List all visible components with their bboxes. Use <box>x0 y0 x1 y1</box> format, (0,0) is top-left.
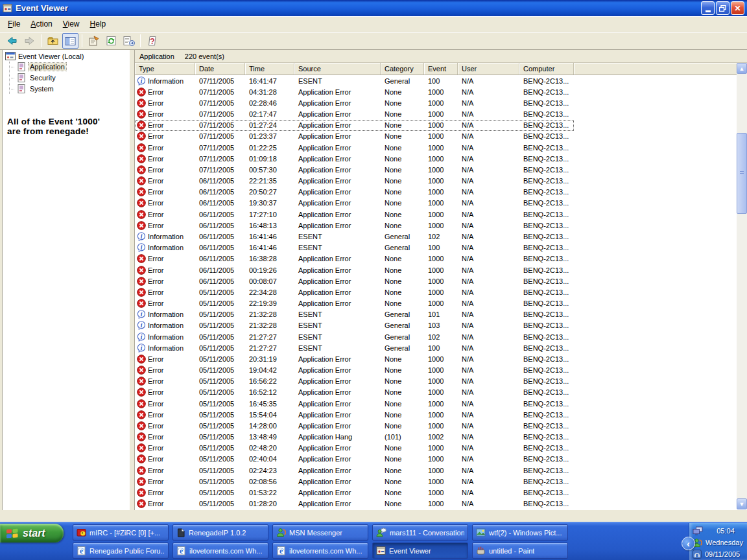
table-row[interactable]: iInformation06/11/200516:41:46ESENTGener… <box>135 231 737 242</box>
table-row[interactable]: Error05/11/200502:48:20Application Error… <box>135 443 737 454</box>
table-row[interactable]: Error06/11/200500:08:07Application Error… <box>135 275 737 286</box>
start-button[interactable]: start <box>0 524 64 542</box>
taskbar-button[interactable]: RenegadeIP 1.0.2 <box>172 524 268 541</box>
svg-text:i: i <box>141 311 143 318</box>
event-rows: iInformation07/11/200516:41:47ESENTGener… <box>135 75 737 510</box>
column-header-computer[interactable]: Computer <box>519 63 574 75</box>
cell-category: None <box>381 454 424 465</box>
cell-time: 16:41:47 <box>245 75 294 86</box>
vertical-scrollbar[interactable]: ▲ ▼ <box>737 63 747 509</box>
toolbar-separator <box>41 34 42 47</box>
minimize-button[interactable] <box>701 1 715 15</box>
tree-item-system[interactable]: System <box>11 84 130 94</box>
table-row[interactable]: Error05/11/200502:40:04Application Error… <box>135 454 737 465</box>
table-row[interactable]: Error05/11/200501:28:20Application Error… <box>135 498 737 509</box>
column-header-source[interactable]: Source <box>294 63 381 75</box>
properties-button[interactable] <box>86 33 102 49</box>
taskbar-button[interactable]: mIRC - [#ZiRC [0] [+... <box>73 524 169 541</box>
taskbar-button[interactable]: eilovetorrents.com Wh... <box>272 542 368 559</box>
table-row[interactable]: Error05/11/200501:53:22Application Error… <box>135 487 737 498</box>
cell-user: N/A <box>458 142 519 153</box>
headphones-icon[interactable] <box>693 550 702 559</box>
table-row[interactable]: Error05/11/200516:52:12Application Error… <box>135 387 737 398</box>
tree-root[interactable]: Event Viewer (Local) <box>3 50 130 61</box>
table-row[interactable]: Error05/11/200514:28:00Application Error… <box>135 420 737 431</box>
menu-help[interactable]: Help <box>85 18 112 30</box>
up-folder-button[interactable] <box>45 33 61 49</box>
table-row[interactable]: iInformation05/11/200521:32:28ESENTGener… <box>135 320 737 331</box>
table-row[interactable]: Error07/11/200501:22:25Application Error… <box>135 142 737 153</box>
taskbar-button[interactable]: wtf(2) - Windows Pict... <box>472 524 568 541</box>
tree-item-security[interactable]: Security <box>11 73 130 83</box>
tree-item-application[interactable]: Application <box>11 62 130 72</box>
scroll-up-button[interactable]: ▲ <box>737 63 747 74</box>
column-header-user[interactable]: User <box>458 63 519 75</box>
taskbar-button[interactable]: Event Viewer <box>372 542 468 559</box>
table-row[interactable]: iInformation06/11/200516:41:46ESENTGener… <box>135 242 737 253</box>
menu-view[interactable]: View <box>58 18 85 30</box>
taskbar-button[interactable]: untitled - Paint <box>472 542 568 559</box>
table-row[interactable]: Error07/11/200504:31:28Application Error… <box>135 86 737 97</box>
table-row[interactable]: Error06/11/200516:48:13Application Error… <box>135 220 737 231</box>
table-row[interactable]: iInformation05/11/200521:32:28ESENTGener… <box>135 309 737 320</box>
table-row[interactable]: Error05/11/200522:34:28Application Error… <box>135 286 737 298</box>
table-row[interactable]: Error07/11/200500:57:30Application Error… <box>135 164 737 175</box>
table-row[interactable]: Error06/11/200522:21:35Application Error… <box>135 176 737 187</box>
table-row[interactable]: Error05/11/200522:19:39Application Error… <box>135 298 737 309</box>
table-row[interactable]: Error07/11/200502:28:46Application Error… <box>135 97 737 108</box>
table-row[interactable]: Error05/11/200513:48:49Application Hang(… <box>135 432 737 443</box>
help-button[interactable]: ? <box>144 33 160 49</box>
taskbar-button[interactable]: eRenegade Public Foru... <box>73 542 169 559</box>
cell-date: 05/11/2005 <box>195 476 245 487</box>
tray-chevron-button[interactable]: ‹ <box>682 537 695 550</box>
cell-type: Error <box>135 487 195 498</box>
table-row[interactable]: Error06/11/200516:38:28Application Error… <box>135 253 737 264</box>
taskbar-button-label: untitled - Paint <box>489 547 534 555</box>
table-row[interactable]: iInformation05/11/200521:27:27ESENTGener… <box>135 342 737 353</box>
table-row[interactable]: iInformation07/11/200516:41:47ESENTGener… <box>135 75 737 86</box>
forward-button[interactable] <box>21 33 38 49</box>
panel-splitter[interactable] <box>130 50 134 510</box>
show-tree-button[interactable] <box>62 33 78 49</box>
table-row[interactable]: Error05/11/200520:31:19Application Error… <box>135 353 737 364</box>
cell-computer: BENQ-2C13... <box>519 387 574 398</box>
taskbar-button[interactable]: mars111 - Conversation <box>372 524 468 541</box>
cell-event: 1000 <box>424 498 458 509</box>
table-row[interactable]: Error05/11/200516:56:22Application Error… <box>135 376 737 387</box>
table-row[interactable]: Error07/11/200502:17:47Application Error… <box>135 109 737 120</box>
table-row[interactable]: Error05/11/200519:04:42Application Error… <box>135 364 737 375</box>
table-row[interactable]: Error05/11/200515:54:04Application Error… <box>135 409 737 420</box>
table-row[interactable]: Error05/11/200502:08:56Application Error… <box>135 476 737 487</box>
table-row[interactable]: Error07/11/200501:09:18Application Error… <box>135 153 737 164</box>
menu-action[interactable]: Action <box>25 18 57 30</box>
column-header-category[interactable]: Category <box>381 63 424 75</box>
monitors-icon[interactable] <box>693 526 703 535</box>
table-row[interactable]: iInformation05/11/200521:27:27ESENTGener… <box>135 331 737 342</box>
export-list-button[interactable] <box>121 33 137 49</box>
menu-file[interactable]: File <box>3 18 25 30</box>
scroll-thumb[interactable] <box>737 133 747 214</box>
close-button[interactable]: ✕ <box>731 1 744 15</box>
column-header-time[interactable]: Time <box>245 63 294 75</box>
cell-source: Application Error <box>294 465 381 476</box>
cell-computer: BENQ-2C13... <box>519 398 574 409</box>
taskbar-button[interactable]: MSN Messenger <box>272 524 368 541</box>
table-row[interactable]: Error07/11/200501:27:24Application Error… <box>135 120 737 131</box>
taskbar-button[interactable]: eilovetorrents.com Wh... <box>172 542 268 559</box>
column-header-row: TypeDateTimeSourceCategoryEventUserCompu… <box>135 63 737 75</box>
table-row[interactable]: Error05/11/200502:24:23Application Error… <box>135 465 737 476</box>
table-row[interactable]: Error05/11/200516:45:35Application Error… <box>135 398 737 409</box>
back-button[interactable] <box>4 33 20 49</box>
table-row[interactable]: Error06/11/200500:19:26Application Error… <box>135 264 737 275</box>
column-header-date[interactable]: Date <box>195 63 245 75</box>
scroll-down-button[interactable]: ▼ <box>737 498 747 509</box>
cell-time: 01:09:18 <box>245 153 294 164</box>
table-row[interactable]: Error06/11/200520:50:27Application Error… <box>135 187 737 198</box>
refresh-button[interactable] <box>103 33 119 49</box>
table-row[interactable]: Error06/11/200519:30:37Application Error… <box>135 198 737 209</box>
restore-button[interactable] <box>716 1 729 15</box>
column-header-type[interactable]: Type <box>135 63 195 75</box>
column-header-event[interactable]: Event <box>424 63 458 75</box>
table-row[interactable]: Error06/11/200517:27:10Application Error… <box>135 209 737 220</box>
table-row[interactable]: Error07/11/200501:23:37Application Error… <box>135 131 737 142</box>
